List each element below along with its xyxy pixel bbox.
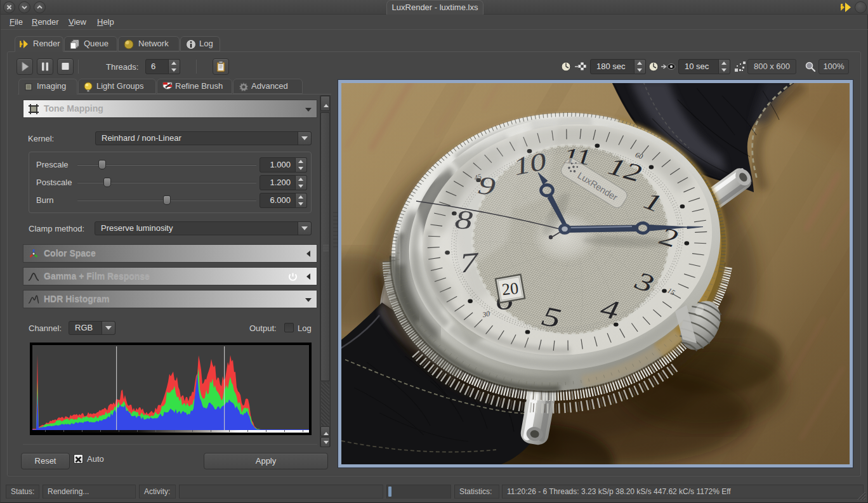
svg-text:20: 20 [501,279,520,299]
